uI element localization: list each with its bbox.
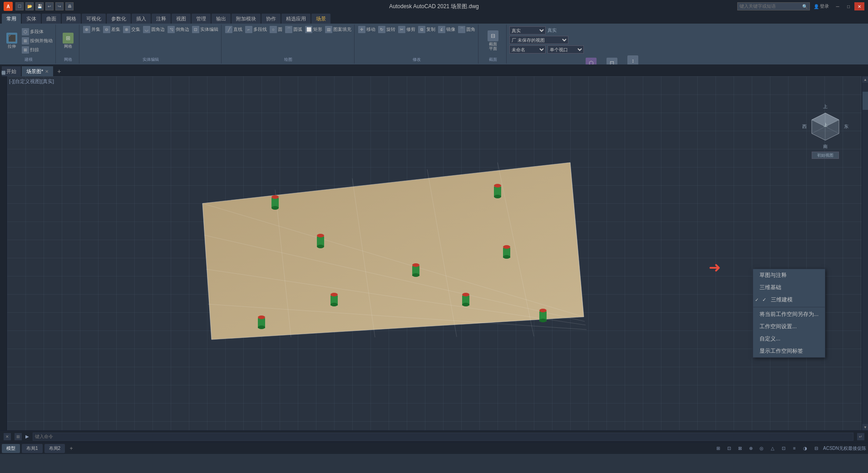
mesh-icon: ⊞ — [63, 33, 74, 44]
btn-fillet-edge[interactable]: ◡ 圆角边 — [142, 25, 166, 34]
scroll-up-btn[interactable]: ▲ — [862, 76, 868, 83]
tab-output[interactable]: 输出 — [212, 14, 231, 24]
redo-btn[interactable]: ↪ — [55, 2, 64, 10]
lineweight-icon[interactable]: ≡ — [790, 444, 799, 453]
tab-annotate[interactable]: 注释 — [152, 14, 171, 24]
tab-parametric[interactable]: 参数化 — [107, 14, 131, 24]
scroll-down-btn[interactable]: ▼ — [862, 424, 868, 430]
btn-move2[interactable]: ↕ 移动小控件 — [624, 54, 642, 64]
tab-insert[interactable]: 插入 — [132, 14, 151, 24]
btn-fillet[interactable]: ⌒ 圆角 — [457, 25, 476, 34]
canvas-area[interactable]: [-][自定义视图][真实] — [7, 76, 862, 430]
menu-item-show-workspace-label[interactable]: 显示工作空间标签 — [753, 345, 825, 357]
btn-polysolid[interactable]: ⬡ 多段体 — [21, 28, 54, 36]
tab-view[interactable]: 视图 — [172, 14, 191, 24]
search-icon[interactable]: 🔍 — [802, 4, 808, 9]
btn-union[interactable]: ⊕ 并集 — [82, 25, 101, 34]
btn-presspull[interactable]: ⊞ 按倒并拖动 — [21, 37, 54, 45]
sign-in-btn[interactable]: 👤登录 — [814, 3, 829, 10]
tab-add-btn[interactable]: + — [67, 444, 76, 453]
scroll-track[interactable] — [862, 83, 868, 424]
menu-item-3d-basic[interactable]: 三维基础 — [753, 281, 825, 294]
btn-trim[interactable]: ✂ 修剪 — [397, 25, 416, 34]
btn-solid-edit[interactable]: ⊡ 实体编辑 — [191, 25, 219, 34]
column-1-cap — [271, 195, 279, 199]
tab-manage[interactable]: 管理 — [192, 14, 211, 24]
menu-item-sketch[interactable]: 草图与注释 — [753, 269, 825, 281]
btn-rotate[interactable]: ↻ 旋转 — [377, 25, 396, 34]
scroll-thumb[interactable] — [863, 92, 868, 110]
tab-surface[interactable]: 曲面 — [42, 14, 61, 24]
menu-item-save-workspace[interactable]: 将当前工作空间另存为... — [753, 308, 825, 320]
undo-btn[interactable]: ↩ — [45, 2, 54, 10]
btn-arc[interactable]: ⌒ 圆弧 — [284, 25, 303, 34]
btn-copy[interactable]: ⧉ 复制 — [417, 25, 436, 34]
tab-layout1[interactable]: 布局1 — [22, 444, 43, 453]
command-submit-btn[interactable]: ↵ — [857, 433, 864, 440]
tab-collab[interactable]: 协作 — [261, 14, 281, 24]
ortho-icon[interactable]: ⊠ — [736, 444, 744, 453]
open-btn[interactable]: 📂 — [25, 2, 34, 10]
visual-style-select[interactable]: 真实 — [509, 26, 546, 34]
btn-mirror[interactable]: ⫝̸ 镜像 — [437, 25, 456, 34]
btn-subtract[interactable]: ⊖ 差集 — [102, 25, 121, 34]
btn-sweep[interactable]: ⊠ 扫掠 — [21, 46, 54, 54]
close-btn[interactable]: ✕ — [854, 2, 864, 10]
btn-intersect[interactable]: ⊗ 交集 — [122, 25, 141, 34]
qprops-icon[interactable]: ⊟ — [812, 444, 820, 453]
save-btn[interactable]: 💾 — [35, 2, 44, 10]
btn-no-filter[interactable]: ⊡ 无过滤器 — [603, 54, 621, 64]
btn-chamfer-edge[interactable]: ◹ 倒角边 — [167, 25, 190, 34]
tab-home[interactable]: 常用 — [2, 14, 21, 24]
btn-polyline[interactable]: ⌐ 多段线 — [244, 25, 268, 34]
tab-solid[interactable]: 实体 — [22, 14, 41, 24]
layer-select[interactable]: 未命名 — [509, 45, 546, 54]
otrack-icon[interactable]: △ — [769, 444, 777, 453]
doc-tab-add[interactable]: + — [54, 66, 64, 76]
btn-extrude[interactable]: ⬛ 拉伸 — [4, 30, 20, 52]
doc-tab-close[interactable]: ✕ — [45, 69, 49, 74]
btn-section-plane[interactable]: ⊟ 截面平面 — [485, 30, 501, 52]
snap-icon[interactable]: ⊡ — [725, 444, 733, 453]
tab-model[interactable]: 模型 — [2, 444, 20, 453]
osnap-icon[interactable]: ◎ — [758, 444, 766, 453]
command-input[interactable] — [33, 433, 853, 441]
doc-tab-scene[interactable]: 场景图* ✕ — [22, 66, 53, 76]
status-pin-btn[interactable]: ⊞ — [15, 433, 22, 440]
btn-line[interactable]: ╱ 直线 — [224, 25, 243, 34]
btn-move[interactable]: ✛ 移动 — [357, 25, 376, 34]
tab-layout2[interactable]: 布局2 — [44, 444, 65, 453]
nav-cube-home-btn[interactable]: 初始视图 — [812, 152, 839, 159]
tab-featured[interactable]: 精选应用 — [281, 14, 311, 24]
menu-item-customize[interactable]: 自定义... — [753, 333, 825, 345]
transparency-icon[interactable]: ◑ — [801, 444, 809, 453]
doc-tabs: 开始 场景图* ✕ + — [0, 64, 868, 76]
svg-point-16 — [317, 245, 324, 248]
minimize-btn[interactable]: ─ — [833, 2, 843, 10]
new-btn[interactable]: ☐ — [15, 2, 24, 10]
print-btn[interactable]: 🖶 — [65, 2, 74, 10]
btn-mesh[interactable]: ⊞ 网格 — [60, 30, 76, 52]
viewport-select[interactable]: 单个视口 — [547, 45, 584, 54]
btn-render[interactable]: ⬡ 渲染 — [582, 54, 600, 64]
view-select[interactable]: 厂 未保存的视图 — [509, 36, 568, 44]
tab-scene[interactable]: 场景 — [311, 14, 330, 24]
status-close-btn[interactable]: ✕ — [4, 433, 11, 440]
btn-circle[interactable]: ○ 圆 — [269, 25, 283, 34]
nav-cube-svg[interactable]: 上 — [809, 111, 841, 143]
ribbon-tabs: 常用 实体 曲面 网格 可视化 参数化 插入 注释 视图 管理 输出 附加模块 … — [0, 13, 868, 24]
menu-item-3d-modeling[interactable]: ✓ 三维建模 — [753, 294, 825, 306]
view-label: [-][自定义视图][真实] — [9, 78, 54, 85]
doc-tab-start[interactable]: 开始 — [2, 66, 21, 76]
polar-icon[interactable]: ⊕ — [747, 444, 755, 453]
search-box[interactable]: 键入关键字或短语 🔍 — [737, 2, 810, 10]
ducs-icon[interactable]: ⊡ — [779, 444, 788, 453]
tab-visualize[interactable]: 可视化 — [82, 14, 106, 24]
restore-btn[interactable]: □ — [843, 2, 853, 10]
grid-icon[interactable]: ⊞ — [714, 444, 722, 453]
btn-rect[interactable]: ⬜ 矩形 — [304, 25, 323, 34]
menu-item-workspace-settings[interactable]: 工作空间设置... — [753, 320, 825, 333]
btn-hatch[interactable]: ▤ 图案填充 — [324, 25, 352, 34]
tab-mesh[interactable]: 网格 — [62, 14, 81, 24]
tab-addins[interactable]: 附加模块 — [232, 14, 261, 24]
